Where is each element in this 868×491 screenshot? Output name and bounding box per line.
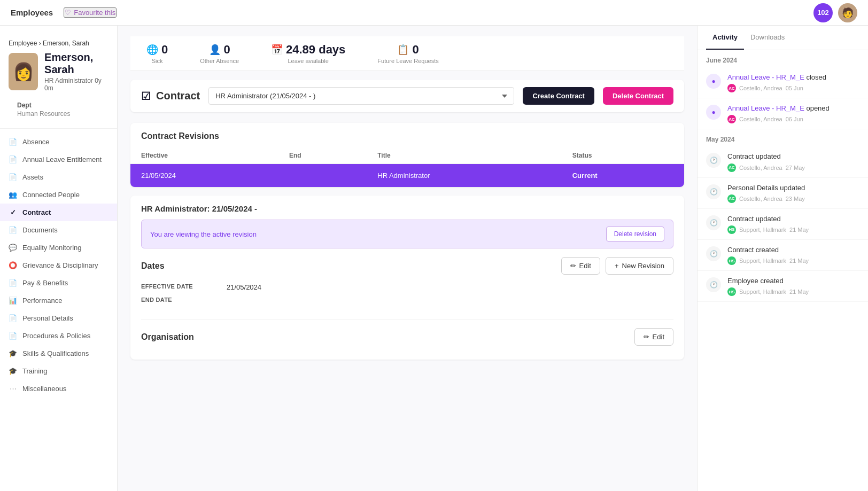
delete-contract-button[interactable]: Delete Contract bbox=[603, 87, 673, 105]
activity-panel: Activity Downloads June 2024 ● Annual Le… bbox=[697, 26, 868, 491]
org-title: Organisation bbox=[141, 332, 194, 342]
connected-people-icon: 👥 bbox=[9, 191, 17, 199]
revision-detail-title: HR Administrator: 21/05/2024 - bbox=[130, 196, 684, 220]
activity-meta-1: AC Costello, Andrea 05 Jun bbox=[727, 84, 859, 92]
sick-value: 0 bbox=[161, 43, 168, 57]
activity-content-5: Contract updated HS Support, Hallmark 21… bbox=[727, 214, 859, 234]
future-leave-icon: 📋 bbox=[397, 44, 409, 56]
miscellaneous-icon: ⋯ bbox=[9, 385, 17, 393]
dept-section: Dept Human Resources bbox=[9, 97, 108, 122]
revision-row-active[interactable]: 21/05/2024 HR Administrator Current bbox=[130, 164, 684, 188]
profile-info: Emerson, Sarah HR Administrator 0y 0m bbox=[44, 51, 108, 92]
contract-select[interactable]: HR Administrator (21/05/2024 - ) bbox=[208, 87, 514, 105]
revision-end bbox=[278, 164, 367, 188]
revision-title: HR Administrator bbox=[367, 164, 561, 188]
activity-title-2: Annual Leave - HR_M_E opened bbox=[727, 104, 859, 113]
sidebar-item-miscellaneous[interactable]: ⋯ Miscellaneous bbox=[0, 380, 117, 398]
edit-org-button[interactable]: ✏ Edit bbox=[634, 328, 673, 346]
skills-qualifications-label: Skills & Qualifications bbox=[22, 349, 89, 357]
col-status: Status bbox=[562, 147, 684, 164]
activity-item-1: ● Annual Leave - HR_M_E closed AC Costel… bbox=[698, 67, 868, 98]
activity-content-2: Annual Leave - HR_M_E opened AC Costello… bbox=[727, 104, 859, 123]
notification-badge[interactable]: 102 bbox=[813, 3, 833, 22]
breadcrumb: Employee › Emerson, Sarah bbox=[9, 40, 108, 47]
sidebar: Employee › Emerson, Sarah 👩 Emerson, Sar… bbox=[0, 26, 118, 491]
dates-header: Dates ✏ Edit + New Revision bbox=[141, 257, 673, 275]
profile-header: 👩 Emerson, Sarah HR Administrator 0y 0m bbox=[9, 51, 108, 92]
main-layout: Employee › Emerson, Sarah 👩 Emerson, Sar… bbox=[0, 26, 868, 491]
activity-title-1: Annual Leave - HR_M_E closed bbox=[727, 73, 859, 82]
sidebar-item-annual-leave[interactable]: 📄 Annual Leave Entitlement bbox=[0, 151, 117, 168]
edit-dates-button[interactable]: ✏ Edit bbox=[561, 257, 600, 275]
sidebar-item-documents[interactable]: 📄 Documents bbox=[0, 221, 117, 239]
personal-details-icon: 📄 bbox=[9, 314, 17, 322]
revision-effective: 21/05/2024 bbox=[130, 164, 278, 188]
grievance-label: Grievance & Disciplinary bbox=[22, 261, 98, 269]
employees-nav-title[interactable]: Employees bbox=[11, 8, 53, 17]
dept-label: Dept bbox=[17, 102, 100, 109]
breadcrumb-separator: › bbox=[39, 40, 43, 47]
user-avatar[interactable]: 🧑 bbox=[838, 3, 857, 22]
other-absence-icon: 👤 bbox=[209, 44, 221, 56]
activity-icon-4: 🕐 bbox=[706, 184, 721, 199]
activity-meta-7: HS Support, Hallmark 21 May bbox=[727, 287, 859, 296]
future-leave-value: 0 bbox=[412, 43, 418, 57]
sidebar-item-grievance[interactable]: ⭕ Grievance & Disciplinary bbox=[0, 256, 117, 274]
sidebar-item-contract[interactable]: ✓ Contract bbox=[0, 204, 117, 221]
leave-available-value: 24.89 days bbox=[286, 43, 345, 57]
sidebar-item-performance[interactable]: 📊 Performance bbox=[0, 292, 117, 309]
revisions-table: Effective End Title Status 21/05/2024 HR… bbox=[130, 147, 684, 187]
activity-content-6: Contract created HS Support, Hallmark 21… bbox=[727, 245, 859, 265]
tab-activity[interactable]: Activity bbox=[706, 26, 744, 50]
effective-date-label: EFFECTIVE DATE bbox=[141, 283, 211, 291]
pay-benefits-label: Pay & Benefits bbox=[22, 279, 68, 287]
end-date-label: END DATE bbox=[141, 297, 211, 303]
sick-icon: 🌐 bbox=[146, 44, 158, 56]
new-revision-button[interactable]: + New Revision bbox=[606, 257, 673, 275]
activity-item-5: 🕐 Contract updated HS Support, Hallmark … bbox=[698, 209, 868, 240]
activity-title-4: Personal Details updated bbox=[727, 183, 859, 193]
revision-detail: HR Administrator: 21/05/2024 - You are v… bbox=[130, 196, 684, 360]
activity-content-7: Employee created HS Support, Hallmark 21… bbox=[727, 276, 859, 296]
contract-label: Contract bbox=[22, 208, 51, 216]
equality-monitoring-icon: 💬 bbox=[9, 244, 17, 252]
sidebar-item-skills-qualifications[interactable]: 🎓 Skills & Qualifications bbox=[0, 345, 117, 362]
miscellaneous-label: Miscellaneous bbox=[22, 385, 66, 393]
absence-label: Absence bbox=[22, 138, 50, 146]
breadcrumb-parent[interactable]: Employee bbox=[9, 40, 37, 47]
personal-details-label: Personal Details bbox=[22, 314, 73, 322]
sidebar-item-absence[interactable]: 📄 Absence bbox=[0, 133, 117, 151]
create-contract-button[interactable]: Create Contract bbox=[523, 87, 594, 105]
meta-avatar-2: AC bbox=[727, 115, 736, 123]
tab-downloads[interactable]: Downloads bbox=[744, 26, 791, 50]
top-nav-left: Employees ♡ Favourite this bbox=[11, 7, 117, 18]
sidebar-item-personal-details[interactable]: 📄 Personal Details bbox=[0, 309, 117, 327]
sidebar-item-training[interactable]: 🎓 Training bbox=[0, 362, 117, 380]
training-label: Training bbox=[22, 367, 47, 375]
col-effective: Effective bbox=[130, 147, 278, 164]
org-header: Organisation ✏ Edit bbox=[141, 328, 673, 346]
stat-leave-available: 📅 24.89 days Leave available bbox=[271, 43, 345, 64]
activity-meta-4: AC Costello, Andrea 23 May bbox=[727, 194, 859, 203]
heart-icon: ♡ bbox=[65, 9, 71, 17]
content-area: 🌐 0 Sick 👤 0 Other Absence 📅 24.89 days … bbox=[118, 26, 697, 491]
leave-available-icon: 📅 bbox=[271, 44, 283, 56]
sidebar-item-procedures-policies[interactable]: 📄 Procedures & Policies bbox=[0, 327, 117, 345]
revision-status: Current bbox=[562, 164, 684, 188]
sidebar-item-pay-benefits[interactable]: 📄 Pay & Benefits bbox=[0, 274, 117, 292]
sidebar-item-connected-people[interactable]: 👥 Connected People bbox=[0, 186, 117, 204]
favourite-button[interactable]: ♡ Favourite this bbox=[64, 7, 117, 18]
meta-avatar-4: AC bbox=[727, 194, 736, 203]
connected-people-label: Connected People bbox=[22, 191, 80, 199]
contract-check-icon: ✓ bbox=[9, 208, 17, 216]
leave-available-label: Leave available bbox=[271, 58, 345, 64]
absence-icon: 📄 bbox=[9, 138, 17, 146]
sidebar-item-assets[interactable]: 📄 Assets bbox=[0, 168, 117, 186]
delete-revision-button[interactable]: Delete revision bbox=[606, 227, 664, 241]
col-end: End bbox=[278, 147, 367, 164]
sidebar-item-equality-monitoring[interactable]: 💬 Equality Monitoring bbox=[0, 239, 117, 256]
other-absence-label: Other Absence bbox=[200, 58, 239, 64]
activity-title-6: Contract created bbox=[727, 245, 859, 255]
top-nav-right: 102 🧑 bbox=[813, 3, 857, 22]
activity-icon-6: 🕐 bbox=[706, 246, 721, 261]
